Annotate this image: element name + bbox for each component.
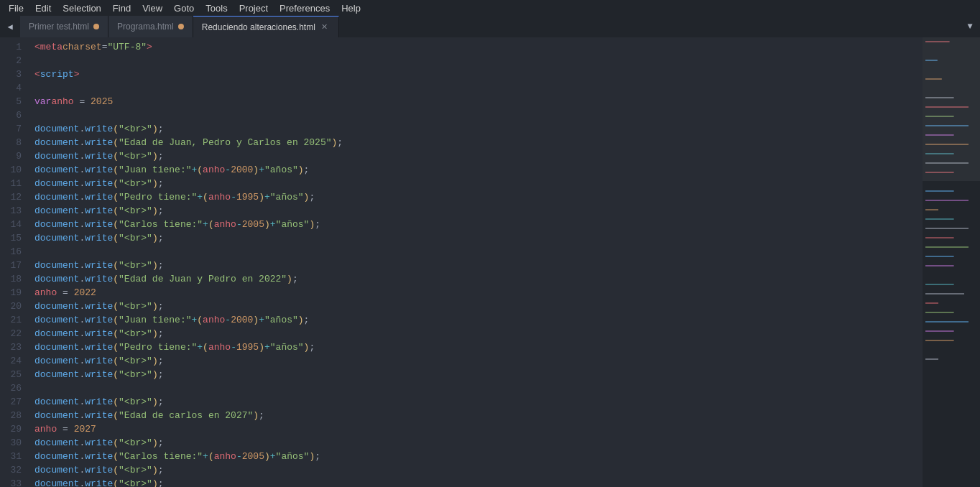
line-number-7: 7 (7, 122, 22, 136)
menu-item-preferences[interactable]: Preferences (274, 1, 336, 15)
line-number-10: 10 (7, 163, 22, 177)
line-number-21: 21 (7, 313, 22, 327)
tab-label: Reduciendo alteraciones.html (202, 22, 315, 32)
code-line-31: document.write("Carlos tiene:"+(anho-200… (29, 450, 923, 463)
tab-unsaved-dot (178, 24, 184, 29)
line-number-33: 33 (7, 477, 22, 487)
line-number-25: 25 (7, 368, 22, 381)
line-number-1: 1 (7, 40, 22, 54)
code-line-22: document.write("<br>"); (29, 327, 923, 340)
menu-item-selection[interactable]: Selection (57, 1, 106, 15)
menu-item-edit[interactable]: Edit (29, 1, 57, 15)
line-numbers: 1234567891011121314151617181920212223242… (0, 37, 29, 487)
code-line-20: document.write("<br>"); (29, 300, 923, 313)
code-line-29: anho = 2027 (29, 422, 923, 436)
code-content[interactable]: <meta charset="UTF-8"><script> var anho … (29, 37, 923, 487)
minimap (923, 37, 980, 487)
line-number-24: 24 (7, 354, 22, 368)
tab-reduciendo[interactable]: Reduciendo alteraciones.html ✕ (193, 16, 339, 37)
tabs-bar: ◀ Primer test.html Programa.html Reducie… (0, 16, 980, 37)
code-line-7: document.write("<br>"); (29, 122, 923, 136)
menu-item-tools[interactable]: Tools (200, 1, 233, 15)
editor-area: 1234567891011121314151617181920212223242… (0, 37, 980, 487)
code-line-13: document.write("<br>"); (29, 204, 923, 218)
menu-bar: FileEditSelectionFindViewGotoToolsProjec… (0, 0, 980, 16)
code-line-1: <meta charset="UTF-8"> (29, 40, 923, 54)
line-number-2: 2 (7, 54, 22, 68)
line-number-18: 18 (7, 272, 22, 286)
code-line-15: document.write("<br>"); (29, 231, 923, 245)
code-line-28: document.write("Edad de carlos en 2027")… (29, 409, 923, 422)
code-line-6 (29, 108, 923, 122)
tab-programa[interactable]: Programa.html (108, 16, 193, 37)
code-line-10: document.write("Juan tiene:"+(anho-2000)… (29, 163, 923, 177)
line-number-14: 14 (7, 218, 22, 231)
code-line-25: document.write("<br>"); (29, 368, 923, 381)
line-number-4: 4 (7, 81, 22, 95)
tab-label: Primer test.html (29, 22, 89, 32)
code-line-9: document.write("<br>"); (29, 149, 923, 163)
line-number-17: 17 (7, 259, 22, 272)
code-line-27: document.write("<br>"); (29, 395, 923, 409)
tab-close-btn[interactable]: ✕ (320, 22, 330, 32)
tab-unsaved-dot (93, 24, 99, 29)
line-number-32: 32 (7, 463, 22, 477)
code-line-8: document.write("Edad de Juan, Pedro y Ca… (29, 136, 923, 149)
line-number-6: 6 (7, 108, 22, 122)
line-number-9: 9 (7, 149, 22, 163)
menu-item-goto[interactable]: Goto (168, 1, 200, 15)
code-line-33: document.write("<br>"); (29, 477, 923, 487)
tabs-dropdown-btn[interactable]: ▼ (960, 16, 980, 37)
line-number-31: 31 (7, 450, 22, 463)
code-line-16 (29, 245, 923, 259)
menu-item-file[interactable]: File (3, 1, 29, 15)
menu-item-help[interactable]: Help (336, 1, 366, 15)
code-line-21: document.write("Juan tiene:"+(anho-2000)… (29, 313, 923, 327)
line-number-29: 29 (7, 422, 22, 436)
code-line-3: <script> (29, 68, 923, 81)
code-line-26 (29, 381, 923, 395)
code-line-19: anho = 2022 (29, 286, 923, 300)
code-line-11: document.write("<br>"); (29, 177, 923, 190)
line-number-20: 20 (7, 300, 22, 313)
code-line-24: document.write("<br>"); (29, 354, 923, 368)
line-number-27: 27 (7, 395, 22, 409)
menu-item-project[interactable]: Project (234, 1, 274, 15)
line-number-16: 16 (7, 245, 22, 259)
line-number-12: 12 (7, 190, 22, 204)
code-line-23: document.write("Pedro tiene:"+(anho-1995… (29, 340, 923, 354)
line-number-28: 28 (7, 409, 22, 422)
tab-label: Programa.html (117, 22, 174, 32)
line-number-15: 15 (7, 231, 22, 245)
code-line-30: document.write("<br>"); (29, 436, 923, 450)
line-number-19: 19 (7, 286, 22, 300)
line-number-23: 23 (7, 340, 22, 354)
code-line-5: var anho = 2025 (29, 95, 923, 108)
line-number-30: 30 (7, 436, 22, 450)
tab-primer-test[interactable]: Primer test.html (20, 16, 108, 37)
code-line-17: document.write("<br>"); (29, 259, 923, 272)
code-line-4 (29, 81, 923, 95)
tab-nav-left[interactable]: ◀ (0, 16, 20, 37)
code-line-18: document.write("Edad de Juan y Pedro en … (29, 272, 923, 286)
line-number-22: 22 (7, 327, 22, 340)
line-number-8: 8 (7, 136, 22, 149)
minimap-viewport (923, 37, 980, 181)
line-number-3: 3 (7, 68, 22, 81)
line-number-11: 11 (7, 177, 22, 190)
line-number-13: 13 (7, 204, 22, 218)
code-line-12: document.write("Pedro tiene:"+(anho-1995… (29, 190, 923, 204)
line-number-5: 5 (7, 95, 22, 108)
code-line-32: document.write("<br>"); (29, 463, 923, 477)
menu-item-find[interactable]: Find (107, 1, 137, 15)
line-number-26: 26 (7, 381, 22, 395)
menu-item-view[interactable]: View (137, 1, 168, 15)
code-line-14: document.write("Carlos tiene:"+(anho-200… (29, 218, 923, 231)
code-line-2 (29, 54, 923, 68)
